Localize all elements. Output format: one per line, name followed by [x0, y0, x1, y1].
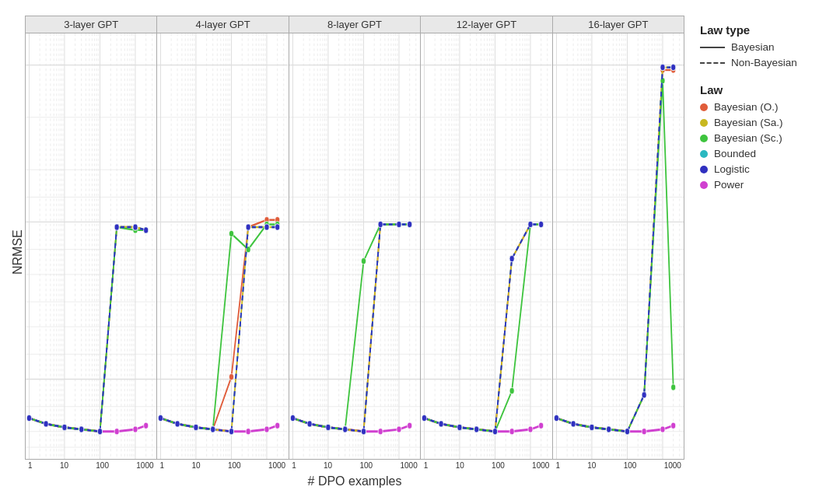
x-tick-labels-0: 1101001000 — [25, 460, 157, 470]
svg-point-362 — [457, 424, 462, 430]
panel-body-3 — [421, 33, 551, 459]
bayesian-line-icon — [700, 47, 725, 48]
svg-point-459 — [670, 65, 675, 71]
x-tick-label: 100 — [624, 461, 637, 470]
svg-point-360 — [422, 415, 427, 422]
svg-point-179 — [211, 426, 215, 432]
svg-point-419 — [670, 422, 675, 429]
x-axis-panel-3: 1101001000 — [421, 460, 553, 470]
svg-point-457 — [642, 392, 646, 398]
chart-container: NRMSE 3-layer GPT4-layer GPT8-layer GPT1… — [0, 0, 840, 504]
svg-point-234 — [397, 426, 401, 432]
panel-header-3: 12-layer GPT — [421, 16, 551, 33]
x-tick-labels-4: 1101001000 — [552, 460, 684, 470]
panel-panel-12: 12-layer GPT — [421, 16, 552, 460]
svg-point-367 — [539, 221, 544, 227]
svg-point-90 — [133, 224, 138, 230]
svg-point-273 — [378, 221, 383, 227]
svg-point-176 — [159, 415, 163, 422]
x-axis-panel-4: 1101001000 — [552, 460, 684, 470]
svg-point-164 — [229, 230, 234, 236]
svg-point-275 — [407, 221, 411, 227]
svg-point-142 — [264, 426, 269, 432]
svg-point-51 — [144, 422, 149, 429]
legend-dot-icon — [700, 166, 708, 173]
svg-point-87 — [79, 426, 84, 432]
x-axis-area: 1101001000110100100011010010001101001000… — [25, 460, 684, 470]
legend-dot-icon — [700, 119, 708, 127]
svg-point-86 — [62, 424, 67, 430]
legend-dot-icon — [700, 150, 708, 158]
svg-point-272 — [361, 429, 366, 435]
non-bayesian-line-icon — [700, 62, 725, 64]
svg-point-271 — [342, 426, 347, 432]
x-tick-label: 100 — [96, 461, 109, 470]
svg-point-274 — [397, 221, 401, 227]
legend-item-3: Bounded — [700, 148, 824, 159]
legend-item-0: Bayesian (O.) — [700, 101, 824, 113]
panels-row: 3-layer GPT4-layer GPT8-layer GPT12-laye… — [25, 16, 684, 460]
legend-item-non-bayesian: Non-Bayesian — [700, 57, 824, 68]
x-tick-label: 10 — [587, 461, 596, 470]
x-tick-labels-3: 1101001000 — [421, 460, 553, 470]
svg-point-455 — [606, 426, 611, 432]
x-tick-label: 1000 — [532, 461, 549, 470]
svg-point-180 — [229, 429, 234, 435]
svg-point-85 — [44, 421, 48, 427]
panel-panel-3: 3-layer GPT — [25, 16, 157, 460]
svg-point-177 — [176, 421, 180, 427]
svg-point-361 — [439, 421, 443, 427]
svg-point-183 — [275, 224, 280, 230]
svg-point-235 — [407, 422, 411, 429]
legend-dot-icon — [700, 135, 708, 142]
legend-item-label: Power — [714, 179, 744, 191]
x-tick-labels-2: 1101001000 — [289, 460, 421, 470]
svg-point-365 — [509, 256, 514, 262]
svg-point-148 — [229, 374, 234, 380]
svg-point-49 — [114, 429, 119, 435]
x-tick-label: 100 — [228, 461, 241, 470]
x-tick-label: 1 — [555, 461, 560, 470]
x-tick-label: 1 — [292, 461, 296, 470]
legend-item-1: Bayesian (Sa.) — [700, 117, 824, 128]
chart-area: NRMSE 3-layer GPT4-layer GPT8-layer GPT1… — [8, 16, 684, 488]
panel-panel-16: 16-layer GPT — [553, 16, 684, 460]
panel-header-0: 3-layer GPT — [26, 16, 156, 33]
svg-point-363 — [474, 426, 479, 432]
svg-point-366 — [528, 221, 533, 227]
x-tick-labels-1: 1101001000 — [157, 460, 289, 470]
svg-point-182 — [264, 224, 269, 230]
x-tick-label: 1 — [160, 461, 165, 470]
svg-point-418 — [660, 426, 665, 432]
legend-law-title: Law — [700, 83, 824, 96]
svg-point-417 — [642, 429, 646, 435]
svg-point-452 — [554, 415, 558, 422]
panel-body-0 — [26, 33, 156, 459]
x-tick-label: 10 — [324, 461, 332, 470]
svg-point-364 — [493, 429, 498, 435]
panel-header-1: 4-layer GPT — [157, 16, 288, 33]
x-tick-label: 1000 — [664, 461, 681, 470]
svg-point-50 — [133, 426, 138, 432]
panel-panel-8: 8-layer GPT — [289, 16, 421, 460]
svg-point-84 — [26, 415, 31, 422]
y-axis-label: NRMSE — [8, 16, 25, 488]
x-tick-label: 1 — [424, 461, 429, 470]
legend-dot-icon — [700, 181, 708, 189]
svg-point-270 — [326, 424, 331, 430]
svg-point-178 — [194, 424, 198, 430]
x-tick-label: 100 — [492, 461, 505, 470]
x-tick-label: 1000 — [136, 461, 153, 470]
panel-panel-4: 4-layer GPT — [157, 16, 289, 460]
svg-point-326 — [528, 426, 533, 432]
non-bayesian-label: Non-Bayesian — [731, 57, 797, 68]
svg-point-141 — [247, 429, 251, 435]
svg-point-256 — [361, 258, 366, 264]
x-tick-label: 1 — [28, 461, 33, 470]
legend-item-label: Bounded — [714, 148, 756, 159]
panel-body-1 — [157, 33, 288, 459]
legend-dot-icon — [700, 103, 708, 111]
svg-point-181 — [247, 224, 251, 230]
x-tick-label: 10 — [191, 461, 200, 470]
legend-item-label: Bayesian (Sc.) — [714, 132, 782, 144]
